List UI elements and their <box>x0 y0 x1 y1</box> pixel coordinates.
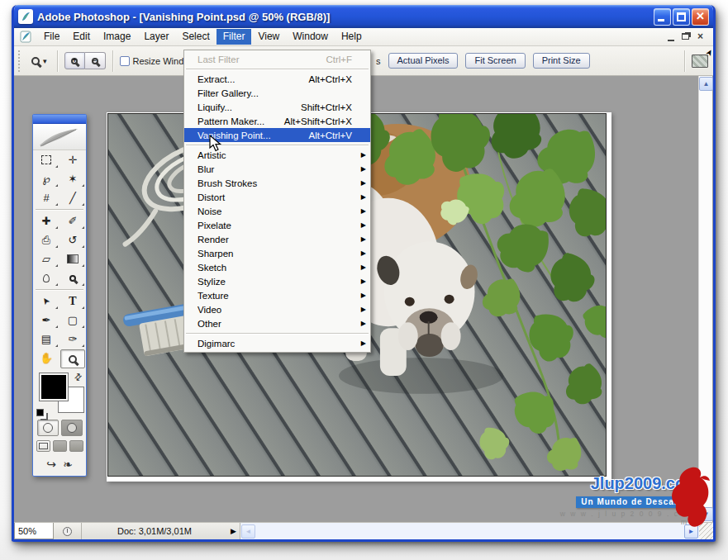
doc-restore-button[interactable] <box>681 32 692 42</box>
path-selection-tool[interactable]: ➤ <box>33 292 59 311</box>
screen-mode-buttons <box>33 439 86 454</box>
zoom-out-button[interactable]: − <box>85 52 106 69</box>
slice-tool[interactable]: ╱ <box>59 188 86 207</box>
dodge-tool[interactable] <box>59 268 86 287</box>
feather-small-icon[interactable]: ❧ <box>63 458 73 471</box>
actual-pixels-button[interactable]: Actual Pixels <box>388 53 459 69</box>
doc-close-icon: × <box>697 31 703 42</box>
filter-menu-item-liquify[interactable]: Liquify... Shift+Ctrl+X <box>184 100 370 114</box>
submenu-arrow-icon: ▶ <box>361 235 366 243</box>
submenu-arrow-icon: ▶ <box>361 278 366 285</box>
scroll-left-button[interactable]: ◄ <box>241 524 255 539</box>
vertical-scrollbar[interactable]: ▲ ▼ <box>698 76 712 522</box>
maximize-button[interactable] <box>673 8 690 26</box>
minimize-button[interactable] <box>654 8 671 26</box>
standard-mode-button[interactable] <box>37 420 59 436</box>
menu-layer[interactable]: Layer <box>137 29 175 45</box>
pen-tool[interactable]: ✒ <box>33 311 59 330</box>
submenu-arrow-icon: ▶ <box>361 306 366 313</box>
filter-menu-item-texture[interactable]: Texture ▶ <box>184 288 370 302</box>
toolbox-title-bar[interactable] <box>33 115 86 124</box>
type-tool[interactable]: T <box>59 292 86 311</box>
lasso-icon: ℘ <box>42 173 50 184</box>
healing-brush-tool[interactable]: ✚ <box>33 211 59 230</box>
standard-screen-button[interactable] <box>36 440 50 452</box>
zoom-tool-preset[interactable]: ▾ <box>28 55 50 68</box>
filter-menu-item-video[interactable]: Video ▶ <box>184 302 370 316</box>
filter-menu-item-blur[interactable]: Blur ▶ <box>184 162 370 176</box>
lasso-tool[interactable]: ℘ <box>33 169 59 188</box>
eraser-tool[interactable]: ▱ <box>33 249 59 268</box>
notes-tool[interactable]: ▤ <box>33 330 59 349</box>
options-grip[interactable] <box>18 50 23 72</box>
crop-tool[interactable]: # <box>33 188 59 207</box>
shape-tool[interactable]: ▢ <box>59 311 86 330</box>
path-selection-icon: ➤ <box>40 296 52 307</box>
filter-menu-item-other[interactable]: Other ▶ <box>184 316 370 330</box>
jump-row: ↪ ❧ <box>33 454 86 476</box>
print-size-button[interactable]: Print Size <box>533 53 590 69</box>
gradient-tool[interactable] <box>59 249 86 268</box>
title-bar[interactable]: Adobe Photoshop - [Vanishing Point.psd @… <box>14 5 713 28</box>
menu-select[interactable]: Select <box>175 29 216 45</box>
filter-menu-item-stylize[interactable]: Stylize ▶ <box>184 274 370 288</box>
toolbox-palette: ✛ ℘ ✶ # ╱ ✚ ✐ ⎙ ↺ ▱ ➤ T ✒ <box>32 114 87 477</box>
quick-mask-button[interactable] <box>61 420 83 436</box>
menu-separator <box>186 69 369 69</box>
filter-menu-item-extract[interactable]: Extract... Alt+Ctrl+X <box>184 72 370 86</box>
zoom-level-field[interactable]: 50% <box>14 523 54 539</box>
menu-window[interactable]: Window <box>286 29 335 45</box>
go-to-bridge-icon[interactable] <box>692 55 708 68</box>
filter-menu-item-filter-gallery[interactable]: Filter Gallery... <box>184 86 370 100</box>
menu-help[interactable]: Help <box>335 29 369 45</box>
menu-view[interactable]: View <box>251 29 286 45</box>
zoom-tool[interactable] <box>60 349 85 368</box>
filter-menu-item-sharpen[interactable]: Sharpen ▶ <box>184 246 370 260</box>
default-colors-icon[interactable] <box>36 409 44 416</box>
clone-stamp-icon: ⎙ <box>42 235 50 245</box>
eraser-icon: ▱ <box>42 254 50 264</box>
crop-icon: # <box>43 192 49 203</box>
photoshop-app-icon <box>18 9 33 24</box>
clone-stamp-tool[interactable]: ⎙ <box>33 230 59 249</box>
menu-file[interactable]: File <box>37 29 66 45</box>
magic-wand-tool[interactable]: ✶ <box>59 169 86 188</box>
menu-filter[interactable]: Filter <box>216 29 252 45</box>
doc-close-button[interactable]: × <box>696 32 707 42</box>
history-brush-tool[interactable]: ↺ <box>59 230 86 249</box>
eyedropper-icon: ✑ <box>69 334 78 344</box>
filter-menu-item-render[interactable]: Render ▶ <box>184 232 370 246</box>
eyedropper-tool[interactable]: ✑ <box>59 330 86 349</box>
filter-menu-item-sketch[interactable]: Sketch ▶ <box>184 260 370 274</box>
status-menu-button[interactable]: ▶ <box>227 523 240 539</box>
menu-image[interactable]: Image <box>97 29 137 45</box>
hand-tool[interactable]: ✋ <box>33 349 59 368</box>
menu-edit[interactable]: Edit <box>66 29 97 45</box>
fullscreen-menubar-button[interactable] <box>53 440 67 452</box>
brush-tool[interactable]: ✐ <box>59 211 86 230</box>
submenu-arrow-icon: ▶ <box>361 221 366 229</box>
close-button[interactable]: ✕ <box>692 8 709 26</box>
filter-menu-item-digimarc[interactable]: Digimarc ▶ <box>184 336 370 350</box>
rectangular-marquee-tool[interactable] <box>33 150 59 169</box>
filter-menu-item-distort[interactable]: Distort ▶ <box>184 190 370 204</box>
filter-menu-item-brush-strokes[interactable]: Brush Strokes ▶ <box>184 176 370 190</box>
move-tool[interactable]: ✛ <box>59 150 86 169</box>
minus-glyph: − <box>93 56 97 64</box>
fullscreen-button[interactable] <box>69 440 83 452</box>
edit-in-imageready-icon[interactable]: ↪ <box>46 458 56 471</box>
foreground-color-swatch[interactable] <box>40 373 68 401</box>
doc-minimize-button[interactable] <box>666 32 677 42</box>
filter-menu-item-pattern-maker[interactable]: Pattern Maker... Alt+Shift+Ctrl+X <box>184 114 370 128</box>
filter-menu-item-pixelate[interactable]: Pixelate ▶ <box>184 218 370 232</box>
zoom-in-button[interactable]: + <box>64 52 85 69</box>
swap-colors-icon[interactable]: ⇄ <box>72 371 85 384</box>
status-options-button[interactable] <box>54 523 82 539</box>
photoshop-feather-logo <box>33 124 86 150</box>
blur-tool[interactable] <box>33 268 59 287</box>
menu-bar: File Edit Image Layer Select Filter View… <box>14 28 713 46</box>
fit-screen-button[interactable]: Fit Screen <box>465 53 525 69</box>
document-feather-icon <box>19 30 33 44</box>
filter-menu-item-noise[interactable]: Noise ▶ <box>184 204 370 218</box>
scroll-up-button[interactable]: ▲ <box>699 77 713 91</box>
